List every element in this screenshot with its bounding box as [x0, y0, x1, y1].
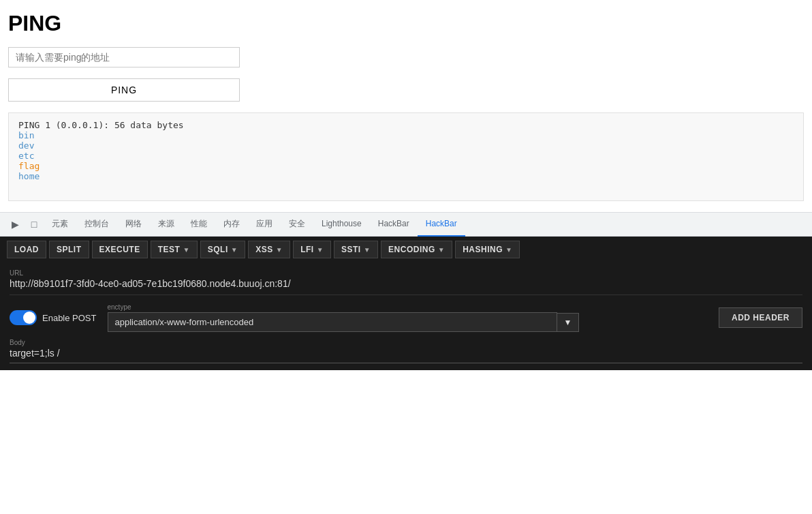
devtools-tab-lighthouse-8[interactable]: Lighthouse: [313, 212, 370, 237]
hackbar-btn-xss[interactable]: XSS▼: [248, 241, 290, 258]
enctype-select[interactable]: application/x-www-form-urlencodedmultipa…: [108, 312, 557, 332]
hackbar-btn-ssti[interactable]: SSTI▼: [334, 241, 378, 258]
ping-output-line: bin: [18, 130, 794, 140]
devtools-tab-来源-3[interactable]: 来源: [150, 212, 183, 237]
ping-button[interactable]: PING: [8, 78, 240, 102]
devtools-tab-性能-4[interactable]: 性能: [183, 212, 215, 237]
enable-post-wrap: Enable POST: [10, 310, 97, 325]
enable-post-label: Enable POST: [42, 313, 97, 323]
enctype-label: enctype: [108, 303, 708, 311]
devtools-tab-内存-5[interactable]: 内存: [215, 212, 248, 237]
ping-output-line: PING 1 (0.0.0.1): 56 data bytes: [18, 120, 794, 130]
ping-section: PING PING PING 1 (0.0.0.1): 56 data byte…: [0, 0, 812, 212]
hackbar-btn-encoding[interactable]: ENCODING▼: [381, 241, 452, 258]
hackbar-body: URL http://8b9101f7-3fd0-4ce0-ad05-7e1bc…: [0, 262, 812, 370]
ping-output-line: etc: [18, 151, 794, 161]
devtools-tabs-bar: ▶ □ 元素控制台网络来源性能内存应用安全LighthouseHackBarHa…: [0, 212, 812, 237]
hackbar-btn-test[interactable]: TEST▼: [151, 241, 198, 258]
enctype-wrap: enctype application/x-www-form-urlencode…: [108, 303, 708, 332]
body-section: Body target=1;ls /: [10, 339, 802, 363]
enctype-select-row: application/x-www-form-urlencodedmultipa…: [108, 312, 708, 332]
devtools-icon-inspect[interactable]: □: [25, 215, 44, 234]
enable-post-toggle[interactable]: [10, 310, 37, 325]
hackbar-btn-load[interactable]: LOAD: [7, 241, 46, 258]
add-header-button[interactable]: ADD HEADER: [719, 307, 802, 328]
ping-output-line: home: [18, 171, 794, 181]
hackbar-btn-arrow-icon: ▼: [438, 246, 445, 254]
hackbar-btn-execute[interactable]: EXECUTE: [92, 241, 148, 258]
devtools-tab-控制台-1[interactable]: 控制台: [76, 212, 117, 237]
ping-output-line: flag: [18, 161, 794, 171]
hackbar-btn-arrow-icon: ▼: [505, 246, 512, 254]
devtools-tab-网络-2[interactable]: 网络: [117, 212, 150, 237]
hackbar-btn-lfi[interactable]: LFI▼: [293, 241, 331, 258]
ping-output: PING 1 (0.0.0.1): 56 data bytesbindevetc…: [8, 112, 804, 201]
hackbar-post-row: Enable POST enctype application/x-www-fo…: [10, 303, 802, 332]
hackbar-btn-split[interactable]: SPLIT: [49, 241, 89, 258]
devtools-tab-安全-7[interactable]: 安全: [281, 212, 313, 237]
hackbar-btn-arrow-icon: ▼: [276, 246, 283, 254]
page-title: PING: [8, 11, 804, 36]
hackbar-toolbar: LOADSPLITEXECUTETEST▼SQLI▼XSS▼LFI▼SSTI▼E…: [0, 237, 812, 262]
hackbar-btn-hashing[interactable]: HASHING▼: [455, 241, 520, 258]
hackbar-btn-arrow-icon: ▼: [317, 246, 324, 254]
enctype-arrow-icon[interactable]: ▼: [557, 313, 580, 332]
devtools-tab-hackbar-10[interactable]: HackBar: [418, 212, 465, 237]
devtools-icon-select[interactable]: ▶: [5, 215, 25, 234]
body-label: Body: [10, 339, 802, 346]
hackbar-btn-arrow-icon: ▼: [231, 246, 238, 254]
ping-input[interactable]: [8, 47, 240, 67]
devtools-tab-元素-0[interactable]: 元素: [44, 212, 76, 237]
hackbar-btn-arrow-icon: ▼: [364, 246, 371, 254]
url-label: URL: [10, 269, 802, 277]
hackbar-btn-sqli[interactable]: SQLI▼: [200, 241, 245, 258]
ping-output-line: dev: [18, 140, 794, 151]
devtools-tab-应用-6[interactable]: 应用: [248, 212, 281, 237]
hackbar-btn-arrow-icon: ▼: [183, 246, 189, 254]
devtools-tab-hackbar-9[interactable]: HackBar: [370, 212, 418, 237]
body-value: target=1;ls /: [10, 348, 802, 363]
url-value: http://8b9101f7-3fd0-4ce0-ad05-7e1bc19f0…: [10, 278, 802, 295]
